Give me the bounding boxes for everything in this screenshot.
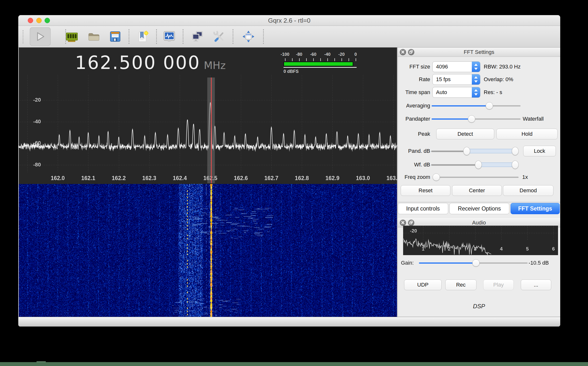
slider-handle[interactable]	[472, 259, 480, 267]
window-arrows-icon	[242, 30, 255, 43]
pandapter-split-label: Pandapter	[398, 114, 430, 124]
freq-tick-label: 163.0	[356, 173, 370, 184]
bookmarks-button[interactable]	[134, 28, 151, 45]
panel-float-icon[interactable]	[408, 220, 414, 226]
audio-db-label: -20	[410, 228, 417, 234]
pandapter-waterfall-split-slider[interactable]	[432, 114, 521, 124]
slider-handle[interactable]	[468, 115, 475, 123]
center-button[interactable]: Center	[452, 185, 502, 196]
udp-button[interactable]: UDP	[404, 279, 442, 290]
tab-receiver-options[interactable]: Receiver Options	[449, 203, 509, 214]
minimize-button[interactable]	[36, 18, 42, 23]
desktop-edge	[0, 362, 588, 366]
rate-label: Rate	[398, 74, 430, 85]
zoom-button[interactable]	[45, 18, 50, 23]
freq-tick-label: 162.8	[295, 173, 309, 184]
meter-baseline	[284, 67, 357, 68]
freq-tick-label: 162.2	[112, 173, 126, 184]
panel-close-icon[interactable]	[400, 220, 406, 226]
meter-scale: -100-80-60-40-200	[285, 52, 356, 57]
slider-handle[interactable]	[486, 102, 493, 109]
tab-input-controls[interactable]: Input controls	[398, 203, 448, 214]
waterfall-display[interactable]	[19, 184, 397, 317]
db-tick-label: -20	[26, 97, 41, 103]
oscilloscope-icon	[162, 30, 176, 43]
freq-tick-label: 163.1	[387, 173, 397, 184]
range-handle-high[interactable]	[512, 161, 519, 169]
peak-detect-button[interactable]: Detect	[436, 129, 494, 139]
frequency-display[interactable]: 162.500 000 MHz	[75, 51, 226, 74]
close-button[interactable]	[28, 18, 33, 23]
spinner-icon	[472, 74, 480, 85]
demod-button[interactable]: Demod	[503, 185, 553, 196]
freq-tick-label: 162.1	[81, 173, 95, 184]
bookmark-new-icon	[136, 30, 149, 43]
load-settings-button[interactable]	[85, 28, 103, 45]
freq-zoom-label: Freq zoom	[398, 172, 430, 183]
panel-float-icon[interactable]	[408, 49, 414, 55]
gain-label: Gain:	[401, 258, 414, 268]
audio-freq-tick-label: 4	[500, 246, 503, 252]
range-handle-low[interactable]	[475, 161, 482, 169]
meter-ticks	[285, 58, 356, 61]
range-handle-high[interactable]	[512, 147, 519, 155]
overlap-text: Overlap: 0%	[484, 74, 513, 85]
freq-tick-label: 162.9	[325, 173, 340, 184]
time-span-label: Time span	[398, 87, 430, 98]
audio-spectrum-plot	[403, 226, 558, 255]
audio-options-button[interactable]: ...	[521, 279, 551, 290]
tuner-band[interactable]	[207, 77, 215, 183]
freq-zoom-slider[interactable]	[433, 172, 519, 183]
freq-tick-label: 162.7	[264, 173, 278, 184]
computers-icon	[190, 30, 204, 43]
pand-db-label: Pand. dB	[398, 146, 430, 156]
audio-gain-slider[interactable]	[419, 258, 528, 268]
panel-tabbar: Input controls Receiver Options FFT Sett…	[398, 203, 560, 214]
reset-button[interactable]: Reset	[401, 185, 450, 196]
waterfall-db-range-slider[interactable]	[431, 159, 518, 170]
tools-button[interactable]	[210, 28, 228, 45]
tuner-line[interactable]	[211, 77, 212, 183]
panel-close-icon[interactable]	[400, 49, 406, 55]
audio-freq-tick-label: 6	[552, 246, 555, 252]
status-bar	[18, 317, 560, 327]
tab-fft-settings[interactable]: FFT Settings	[511, 203, 560, 214]
meter-tick-label: -40	[324, 52, 331, 57]
save-settings-button[interactable]	[106, 28, 124, 45]
window-title: Gqrx 2.6 - rtl=0	[18, 15, 560, 26]
fullscreen-button[interactable]	[240, 28, 257, 45]
play-icon	[33, 30, 47, 43]
averaging-slider[interactable]	[432, 100, 521, 111]
audio-freq-tick-label: 3	[474, 246, 476, 252]
record-button[interactable]: Rec	[445, 279, 476, 290]
titlebar[interactable]: Gqrx 2.6 - rtl=0	[18, 15, 560, 26]
spinner-icon	[472, 87, 480, 97]
waterfall-label: Waterfall	[523, 114, 544, 124]
rate-select[interactable]: 15 fps	[432, 74, 480, 85]
remote-control-button[interactable]	[189, 28, 206, 45]
db-tick-label: -80	[26, 162, 41, 168]
fft-settings-header[interactable]: FFT Settings	[398, 48, 560, 57]
fft-display-button[interactable]	[161, 28, 178, 45]
toolbar-separator	[233, 29, 233, 44]
slider-handle[interactable]	[433, 173, 440, 181]
gqrx-window: Gqrx 2.6 - rtl=0	[18, 15, 560, 327]
meter-tick-label: -80	[296, 52, 302, 57]
lock-button[interactable]: Lock	[523, 146, 556, 156]
spectrum-pane: 162.500 000 MHz -100-80-60-40-200 0 dBFS…	[19, 48, 397, 317]
meter-tick-label: -20	[338, 52, 345, 57]
fft-size-select[interactable]: 4096	[432, 61, 480, 72]
freq-tick-label: 162.4	[173, 173, 187, 184]
peak-hold-button[interactable]: Hold	[496, 129, 558, 139]
pandapter-db-range-slider[interactable]	[431, 146, 518, 156]
configure-io-button[interactable]	[63, 28, 81, 45]
start-dsp-button[interactable]	[30, 27, 51, 46]
frequency-unit: MHz	[204, 59, 226, 71]
range-handle-low[interactable]	[463, 147, 470, 155]
frequency-digits[interactable]: 162.500 000	[75, 51, 200, 74]
meter-caption: 0 dBFS	[284, 69, 299, 74]
dock-panels: FFT Settings FFT size 4096 RBW: 293.0 Hz…	[398, 48, 560, 317]
toolbar-drag-handle[interactable]	[23, 30, 23, 43]
time-span-select[interactable]: Auto	[432, 87, 480, 98]
play-button[interactable]: Play	[483, 279, 514, 290]
